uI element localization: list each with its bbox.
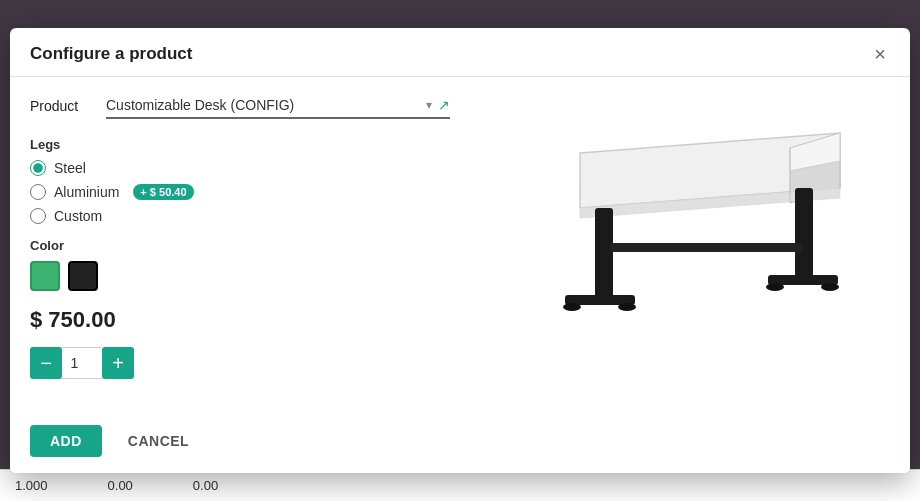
product-input-wrap: ▾ ↗	[106, 93, 450, 119]
bottom-col1: 1.000	[15, 478, 48, 493]
quantity-row: − +	[30, 347, 450, 379]
legs-section: Legs Steel Aluminium + $ 50.40 Custom	[30, 137, 450, 224]
legs-label-aluminium: Aluminium	[54, 184, 119, 200]
color-swatches	[30, 261, 450, 291]
svg-point-8	[618, 303, 636, 311]
color-title: Color	[30, 238, 450, 253]
modal-dialog: Configure a product × Product ▾ ↗ Legs	[10, 28, 910, 473]
product-image-panel	[470, 93, 890, 399]
svg-point-11	[766, 283, 784, 291]
svg-point-7	[563, 303, 581, 311]
close-button[interactable]: ×	[870, 44, 890, 64]
legs-label-steel: Steel	[54, 160, 86, 176]
svg-rect-5	[595, 208, 613, 303]
product-label: Product	[30, 98, 90, 114]
color-swatch-black[interactable]	[68, 261, 98, 291]
legs-label-custom: Custom	[54, 208, 102, 224]
legs-option-custom[interactable]: Custom	[30, 208, 450, 224]
modal-title: Configure a product	[30, 44, 192, 64]
legs-title: Legs	[30, 137, 450, 152]
cancel-button[interactable]: CANCEL	[112, 425, 205, 457]
legs-radio-group: Steel Aluminium + $ 50.40 Custom	[30, 160, 450, 224]
svg-rect-13	[610, 243, 802, 252]
svg-rect-9	[795, 188, 813, 283]
action-row: ADD CANCEL	[10, 415, 910, 473]
config-panel: Product ▾ ↗ Legs Steel Alum	[30, 93, 450, 399]
legs-radio-custom[interactable]	[30, 208, 46, 224]
dropdown-arrow-icon: ▾	[426, 98, 432, 112]
bottom-col2: 0.00	[108, 478, 133, 493]
legs-option-steel[interactable]: Steel	[30, 160, 450, 176]
color-section: Color	[30, 238, 450, 291]
bottom-col3: 0.00	[193, 478, 218, 493]
price-display: $ 750.00	[30, 307, 450, 333]
legs-radio-steel[interactable]	[30, 160, 46, 176]
quantity-increase-button[interactable]: +	[102, 347, 134, 379]
product-input[interactable]	[106, 93, 426, 117]
color-swatch-green[interactable]	[30, 261, 60, 291]
product-row: Product ▾ ↗	[30, 93, 450, 119]
legs-radio-aluminium[interactable]	[30, 184, 46, 200]
modal-header: Configure a product ×	[10, 28, 910, 77]
svg-point-12	[821, 283, 839, 291]
quantity-input[interactable]	[62, 347, 102, 379]
add-button[interactable]: ADD	[30, 425, 102, 457]
desk-image	[500, 93, 860, 323]
bottom-row: 1.000 0.00 0.00	[0, 469, 920, 501]
legs-option-aluminium[interactable]: Aluminium + $ 50.40	[30, 184, 450, 200]
modal-body: Product ▾ ↗ Legs Steel Alum	[10, 77, 910, 415]
aluminium-price-badge: + $ 50.40	[133, 184, 193, 200]
quantity-decrease-button[interactable]: −	[30, 347, 62, 379]
external-link-icon[interactable]: ↗	[438, 97, 450, 113]
